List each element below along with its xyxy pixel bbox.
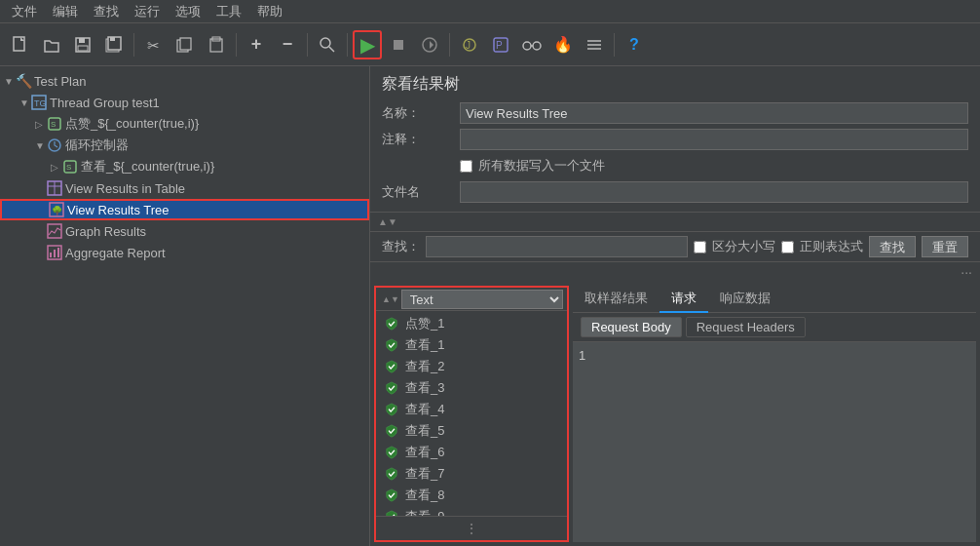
reset-button[interactable]: 重置 xyxy=(922,236,968,257)
results-item-2[interactable]: 查看_2 xyxy=(376,356,567,377)
tree-item-view-results-table[interactable]: ▷ View Results in Table xyxy=(0,177,369,199)
main-area: ▼ 🔨 Test Plan ▼ TG Thread Group test1 ▷ … xyxy=(0,66,980,546)
tree-item-aggregate-report[interactable]: ▷ Aggregate Report xyxy=(0,242,369,263)
menu-find[interactable]: 查找 xyxy=(86,1,127,22)
cut-button[interactable]: ✂ xyxy=(139,30,169,59)
svg-rect-14 xyxy=(394,40,403,50)
tree-item-graph-results[interactable]: ▷ Graph Results xyxy=(0,220,369,242)
fire-button[interactable]: 🔥 xyxy=(548,30,578,59)
search-button[interactable] xyxy=(313,30,342,59)
results-item-8[interactable]: 查看_8 xyxy=(376,485,567,506)
tree-item-sampler1[interactable]: ▷ S 点赞_${_counter(true,i)} xyxy=(0,113,369,135)
menu-file[interactable]: 文件 xyxy=(4,1,45,22)
results-item-label-2: 查看_2 xyxy=(405,358,444,375)
sep4 xyxy=(347,33,348,57)
search-button-find[interactable]: 查找 xyxy=(869,236,916,257)
list-arrows[interactable]: ▲▼ xyxy=(380,292,401,306)
regex-checkbox[interactable] xyxy=(781,241,794,254)
results-tree-header: 察看结果树 名称： 注释： 所有数据写入一个文件 文件名 xyxy=(370,66,980,213)
write-all-checkbox[interactable] xyxy=(460,160,472,173)
results-list-panel: ▲▼ Text 点赞_1 xyxy=(374,286,569,542)
results-item-1[interactable]: 查看_1 xyxy=(376,334,567,356)
results-item-0[interactable]: 点赞_1 xyxy=(376,313,567,334)
tree-item-thread-group[interactable]: ▼ TG Thread Group test1 xyxy=(0,92,369,113)
svg-text:J: J xyxy=(466,40,471,51)
comment-input[interactable] xyxy=(460,129,968,150)
check-icon-3 xyxy=(384,380,399,396)
svg-text:✂: ✂ xyxy=(147,37,160,54)
svg-rect-9 xyxy=(180,38,191,50)
svg-point-21 xyxy=(523,42,531,50)
collapse-arrows[interactable]: ▲▼ xyxy=(376,214,399,229)
sub-tab-request-body[interactable]: Request Body xyxy=(581,317,682,337)
check-icon-4 xyxy=(384,402,399,417)
play-button[interactable]: ▶ xyxy=(353,30,382,59)
svg-text:P: P xyxy=(496,40,503,51)
svg-rect-2 xyxy=(79,38,85,43)
case-sensitive-label: 区分大小写 xyxy=(712,238,775,255)
menu-help[interactable]: 帮助 xyxy=(249,1,290,22)
menubar: 文件 编辑 查找 运行 选项 工具 帮助 xyxy=(0,0,980,23)
filename-label: 文件名 xyxy=(382,183,460,201)
comment-label: 注释： xyxy=(382,131,460,148)
results-item-6[interactable]: 查看_6 xyxy=(376,442,567,463)
help-button[interactable]: ? xyxy=(620,30,649,59)
results-dropdown[interactable]: Text xyxy=(401,290,563,309)
copy-button[interactable] xyxy=(170,30,200,59)
search-input[interactable] xyxy=(426,236,688,257)
add-button[interactable]: + xyxy=(242,30,271,59)
stop-button[interactable] xyxy=(384,30,413,59)
sep5 xyxy=(449,33,450,57)
sub-tab-request-headers[interactable]: Request Headers xyxy=(686,317,806,337)
plugin-button2[interactable]: P xyxy=(486,30,515,59)
menu-tools[interactable]: 工具 xyxy=(208,1,249,22)
menu-options[interactable]: 选项 xyxy=(168,1,208,22)
open-button[interactable] xyxy=(37,30,66,59)
tab-sampler-results[interactable]: 取样器结果 xyxy=(573,286,660,313)
tree-item-loop-ctrl[interactable]: ▼ 循环控制器 xyxy=(0,135,369,156)
list-button[interactable] xyxy=(580,30,609,59)
results-item-label-5: 查看_5 xyxy=(405,422,444,440)
results-item-4[interactable]: 查看_4 xyxy=(376,399,567,420)
results-item-3[interactable]: 查看_3 xyxy=(376,377,567,399)
paste-button[interactable] xyxy=(202,30,231,59)
resize-handle[interactable]: ⋮ xyxy=(376,516,567,540)
results-item-7[interactable]: 查看_7 xyxy=(376,463,567,485)
tree-arrow-thread-group: ▼ xyxy=(19,98,31,108)
tree-item-view-results-tree[interactable]: ▷ 🌳 View Results Tree xyxy=(0,199,369,220)
glasses-button[interactable] xyxy=(517,30,547,59)
new-button[interactable] xyxy=(6,30,35,59)
loop-icon xyxy=(47,137,62,153)
results-item-label-9: 查看_9 xyxy=(405,508,444,516)
tree-arrow-loop-ctrl: ▼ xyxy=(35,140,47,151)
remove-button[interactable]: − xyxy=(273,30,302,59)
dots-row: ··· xyxy=(370,262,980,282)
save-all-button[interactable] xyxy=(99,30,129,59)
plugin-button1[interactable]: J xyxy=(455,30,484,59)
svg-text:S: S xyxy=(51,120,56,129)
results-item-9[interactable]: 查看_9 xyxy=(376,506,567,516)
svg-rect-42 xyxy=(54,250,56,257)
tree-label-loop-ctrl: 循环控制器 xyxy=(65,136,129,154)
menu-edit[interactable]: 编辑 xyxy=(45,1,86,22)
sep1 xyxy=(133,33,134,57)
menu-run[interactable]: 运行 xyxy=(127,1,168,22)
tab-response-data[interactable]: 响应数据 xyxy=(708,286,782,313)
filename-input[interactable] xyxy=(460,181,968,203)
check-icon-1 xyxy=(384,337,399,353)
tree-item-test-plan[interactable]: ▼ 🔨 Test Plan xyxy=(0,70,369,92)
svg-rect-3 xyxy=(78,46,88,51)
name-input[interactable] xyxy=(460,102,968,124)
name-row: 名称： xyxy=(382,102,968,124)
case-sensitive-checkbox[interactable] xyxy=(694,241,706,254)
check-icon-7 xyxy=(384,466,399,482)
svg-point-12 xyxy=(320,38,330,48)
tree-arrow-sampler1: ▷ xyxy=(35,119,47,130)
remote-start-button[interactable] xyxy=(415,30,444,59)
results-item-5[interactable]: 查看_5 xyxy=(376,420,567,442)
tab-request[interactable]: 请求 xyxy=(660,286,708,313)
detail-panel: 取样器结果 请求 响应数据 Request Body Request Heade… xyxy=(573,286,976,542)
tree-item-sampler2[interactable]: ▷ S 查看_${_counter(true,i)} xyxy=(0,156,369,177)
svg-rect-6 xyxy=(110,37,115,41)
save-button[interactable] xyxy=(68,30,97,59)
